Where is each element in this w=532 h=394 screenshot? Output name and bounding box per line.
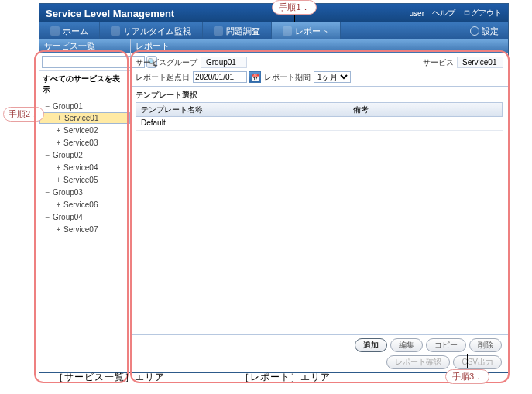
expand-icon: +	[55, 176, 62, 184]
tree-group[interactable]: −Group03	[39, 186, 130, 198]
search-input[interactable]	[42, 56, 145, 68]
gear-icon	[470, 26, 479, 36]
tree-item-label: Group03	[53, 188, 83, 197]
logout-link[interactable]: ログアウト	[463, 8, 502, 19]
tab-settings-label: 設定	[482, 26, 499, 37]
collapse-icon: −	[44, 213, 51, 221]
tree-service[interactable]: +Service02	[39, 124, 130, 136]
tree-group[interactable]: −Group02	[39, 149, 130, 161]
tab-realtime-label: リアルタイム監視	[123, 26, 191, 37]
app-title: Service Level Management	[46, 8, 174, 19]
cell-template-name: Default	[136, 117, 348, 130]
service-value: Service01	[457, 57, 503, 68]
group-value: Group01	[201, 57, 247, 68]
user-label[interactable]: user	[410, 9, 424, 18]
edit-button[interactable]: 編集	[390, 338, 423, 352]
tree-service[interactable]: +Service07	[39, 223, 130, 235]
tab-bar: ホーム リアルタイム監視 問題調査 レポート 設定	[39, 22, 508, 39]
calendar-button[interactable]: 📅	[249, 71, 261, 83]
app-window: Service Level Management user ヘルプ ログアウト …	[39, 3, 509, 373]
help-link[interactable]: ヘルプ	[432, 8, 455, 19]
tree-item-label: Service02	[63, 126, 98, 135]
tree-item-label: Service01	[64, 114, 98, 122]
tab-home[interactable]: ホーム	[39, 22, 100, 39]
tab-report-label: レポート	[295, 26, 329, 37]
tree-service[interactable]: +Service04	[39, 161, 130, 173]
sidebar: サービス一覧 🔍 すべてのサービスを表示 −Group01+Service01+…	[39, 39, 131, 372]
date-label: レポート起点日	[136, 72, 190, 83]
annotation-step3: 手順3．	[445, 369, 489, 384]
tree-item-label: Group01	[53, 102, 83, 111]
period-label: レポート期間	[264, 72, 311, 83]
tab-home-label: ホーム	[63, 26, 88, 37]
caption-main: ［レポート］エリア	[240, 371, 331, 384]
filter-bar: サービスグループ Group01 サービス Service01 レポート起点日 …	[131, 53, 508, 87]
group-label: サービスグループ	[136, 57, 197, 68]
tree-item-label: Service06	[63, 200, 98, 209]
show-all-services[interactable]: すべてのサービスを表示	[39, 71, 130, 98]
template-grid: テンプレート名称 備考 Default	[136, 102, 503, 331]
tab-realtime[interactable]: リアルタイム監視	[100, 22, 203, 39]
home-icon	[50, 26, 60, 36]
main-area: レポート サービスグループ Group01 サービス Service01 レポー…	[131, 39, 508, 372]
sidebar-title: サービス一覧	[39, 39, 130, 53]
investigate-icon	[214, 26, 223, 36]
main-title: レポート	[131, 39, 508, 53]
collapse-icon: −	[44, 151, 51, 159]
date-input[interactable]	[193, 71, 247, 83]
col-template-name[interactable]: テンプレート名称	[136, 103, 348, 116]
tab-report[interactable]: レポート	[272, 22, 341, 39]
expand-icon: +	[55, 139, 62, 147]
collapse-icon: −	[44, 188, 51, 197]
tree-service[interactable]: +Service03	[39, 136, 130, 149]
tree-service[interactable]: +Service06	[39, 198, 130, 211]
service-label: サービス	[423, 57, 454, 68]
table-row[interactable]: Default	[136, 117, 503, 131]
collapse-icon: −	[44, 102, 51, 111]
tree-group[interactable]: −Group04	[39, 211, 130, 223]
tree-item-label: Group04	[53, 213, 83, 221]
caption-sidebar: ［サービス一覧］エリア	[54, 371, 165, 384]
tree-group[interactable]: −Group01	[39, 100, 130, 112]
service-tree: −Group01+Service01+Service02+Service03−G…	[39, 98, 130, 372]
delete-button[interactable]: 削除	[469, 338, 502, 352]
annotation-step1: 手順1．	[272, 0, 316, 15]
tree-item-label: Service07	[63, 225, 98, 234]
add-button[interactable]: 追加	[355, 338, 387, 352]
grid-body: Default	[136, 117, 503, 331]
expand-icon: +	[55, 200, 62, 209]
template-section-label: テンプレート選択	[131, 87, 508, 102]
tab-investigate-label: 問題調査	[226, 26, 260, 37]
tab-settings[interactable]: 設定	[461, 22, 508, 39]
report-confirm-button[interactable]: レポート確認	[386, 355, 450, 369]
calendar-icon: 📅	[251, 74, 259, 81]
expand-icon: +	[55, 126, 62, 135]
tree-item-label: Service04	[63, 163, 98, 172]
cell-remark	[348, 117, 503, 130]
realtime-icon	[111, 26, 120, 36]
copy-button[interactable]: コピー	[426, 338, 466, 352]
expand-icon: +	[55, 225, 62, 234]
tree-item-label: Group02	[53, 151, 83, 159]
tab-investigate[interactable]: 問題調査	[203, 22, 272, 39]
expand-icon: +	[55, 163, 62, 172]
tree-item-label: Service05	[63, 176, 98, 184]
report-icon	[283, 26, 292, 36]
grid-header: テンプレート名称 備考	[136, 103, 503, 117]
period-select[interactable]: 1ヶ月	[314, 71, 351, 83]
tree-service[interactable]: +Service05	[39, 173, 130, 186]
tree-item-label: Service03	[63, 139, 98, 147]
col-remark[interactable]: 備考	[348, 103, 503, 116]
